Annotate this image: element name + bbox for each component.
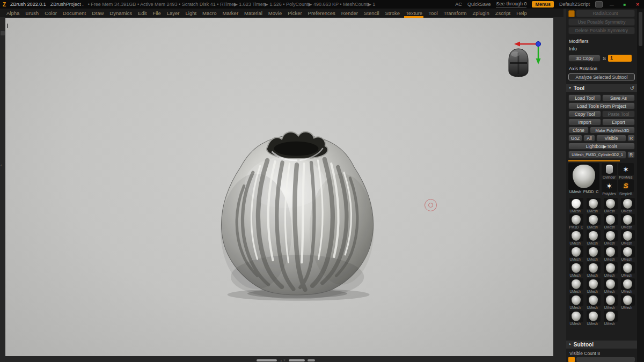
tool-history-item[interactable]: PM3D_C (568, 214, 584, 229)
active-tool-name-button[interactable]: UMesh_PM3D_Cylinder3D2_1 (568, 151, 626, 159)
tool-thumbnail[interactable]: ✶ PolyMes (618, 163, 634, 179)
tool-history-item[interactable]: UMesh_ (586, 278, 601, 293)
canvas-scrollbar[interactable]: ▲▼ (257, 358, 315, 362)
tool-history-item[interactable]: UMesh_ (568, 311, 584, 326)
menu-item[interactable]: Render (341, 10, 358, 16)
menu-item[interactable]: Texture (406, 10, 422, 16)
make-polymesh3d-button[interactable]: Make PolyMesh3D (590, 127, 635, 134)
tool-history-item[interactable]: UMesh_ (586, 262, 601, 277)
tool-history-item[interactable]: UMesh_ (620, 198, 635, 213)
goz-button[interactable]: GoZ (568, 135, 582, 142)
menu-item[interactable]: Dynamics (109, 10, 132, 16)
tool-history-item[interactable]: UMesh_ (586, 214, 601, 229)
subtool-row-bar[interactable] (576, 357, 635, 362)
tool-history-item[interactable]: UMesh_ (568, 230, 584, 245)
s-value-input[interactable]: 1 (608, 55, 632, 62)
radial-count-button[interactable]: RadialCount (576, 10, 635, 17)
load-tool-button[interactable]: Load Tool (568, 94, 601, 101)
copy-tool-button[interactable]: Copy Tool (568, 110, 601, 117)
panel-scrollbar[interactable] (637, 9, 644, 362)
scrollbar-segment[interactable] (289, 359, 305, 361)
menu-item[interactable]: Light (185, 10, 196, 16)
menu-item[interactable]: Movie (268, 10, 282, 16)
left-tray[interactable]: ‹ (0, 17, 5, 362)
menu-item[interactable]: Picker (288, 10, 302, 16)
import-button[interactable]: Import (568, 119, 601, 125)
menu-item[interactable]: Zplugin (473, 10, 489, 16)
tool-history-item[interactable]: UMesh_ (568, 278, 584, 293)
tool-history-item[interactable]: UMesh_ (620, 246, 635, 261)
menu-item[interactable]: Preferences (308, 10, 335, 16)
tool-history-item[interactable]: UMesh_ (603, 311, 618, 326)
tool-thumbnail[interactable]: Cylinder (601, 163, 617, 179)
menu-item[interactable]: Edit (138, 10, 147, 16)
menu-item[interactable]: Stencil (364, 10, 379, 16)
use-posable-symmetry-button[interactable]: Use Posable Symmetry (568, 18, 635, 26)
delete-posable-symmetry-button[interactable]: Delete Posable Symmetry (568, 27, 635, 34)
menu-item[interactable]: File (152, 10, 160, 16)
current-tool-thumbnail[interactable]: UMesh_PM3D_C (568, 163, 599, 196)
subtool-section-header[interactable]: ‣ Subtool (566, 341, 637, 349)
material-preview[interactable] (505, 47, 532, 78)
tool-r-button[interactable]: R (627, 151, 635, 158)
menu-item[interactable]: Material (244, 10, 262, 16)
restore-icon[interactable]: ↺ (630, 85, 634, 91)
close-icon[interactable]: ✕ (634, 2, 641, 8)
tool-history-item[interactable]: UMesh_ (620, 294, 635, 309)
menu-item[interactable]: Brush (25, 10, 39, 16)
radial-toggle[interactable] (568, 10, 575, 17)
tool-history-item[interactable]: UMesh_ (620, 262, 635, 277)
copy-3d-button[interactable]: 3D Copy (568, 55, 601, 62)
tool-history-item[interactable]: UMesh_ (603, 294, 618, 309)
tool-history-item[interactable]: UMesh_ (586, 311, 601, 326)
scrollbar-segment[interactable] (308, 359, 315, 361)
tool-history-item[interactable]: UMesh_ (586, 246, 601, 261)
menu-item[interactable]: Layer (167, 10, 180, 16)
scrollbar-segment[interactable] (257, 359, 277, 361)
left-tray-handle[interactable]: ‹ (1, 163, 2, 168)
tool-thumbnail[interactable]: S SimpleB (618, 180, 634, 196)
analyze-selected-subtool-button[interactable]: Analyze Selected Subtool (568, 73, 635, 80)
tool-thumbnail[interactable]: ✶ PolyMes (601, 180, 617, 196)
menu-item[interactable]: Color (45, 10, 57, 16)
menu-item[interactable]: Transform (444, 10, 467, 16)
menu-item[interactable]: Macro (202, 10, 216, 16)
tool-history-item[interactable]: UMesh_ (568, 198, 584, 213)
scroll-arrows-icon[interactable]: ▲▼ (280, 359, 286, 362)
save-as-button[interactable]: Save As (602, 94, 635, 101)
menu-item[interactable]: Document (63, 10, 86, 16)
menu-item[interactable]: Draw (92, 10, 104, 16)
tool-history-item[interactable]: UMesh_ (568, 294, 584, 309)
quicksave-button[interactable]: QuickSave (467, 2, 491, 7)
menu-item[interactable]: Tool (428, 10, 437, 16)
menu-item[interactable]: Alpha (6, 10, 19, 16)
menu-item[interactable]: Zscript (495, 10, 511, 16)
export-button[interactable]: Export (602, 119, 635, 125)
tool-history-item[interactable]: UMesh_ (603, 230, 618, 245)
maximize-icon[interactable]: ■ (621, 2, 628, 8)
left-tray-icon[interactable] (1, 31, 5, 35)
menus-toggle-button[interactable]: Menus (532, 1, 554, 8)
tool-history-item[interactable]: UMesh_ (586, 198, 601, 213)
tool-history-item[interactable]: UMesh_ (620, 278, 635, 293)
tool-section-header[interactable]: ‣ Tool ↺ (566, 84, 637, 92)
tool-history-item[interactable]: UMesh_ (568, 246, 584, 261)
subtool-list-item[interactable] (568, 357, 635, 362)
clone-button[interactable]: Clone (568, 127, 589, 134)
panel-scrollbar-handle[interactable] (639, 12, 642, 46)
tool-history-item[interactable]: UMesh_ (620, 230, 635, 245)
tool-history-item[interactable]: UMesh_ (603, 214, 618, 229)
see-through-slider[interactable]: See-through 0 (496, 1, 526, 8)
default-zscript-button[interactable]: DefaultZScript (559, 2, 590, 7)
menu-item[interactable]: Marker (223, 10, 239, 16)
menu-item[interactable]: Stroke (385, 10, 400, 16)
tool-history-item[interactable]: UMesh_ (603, 278, 618, 293)
goz-r-button[interactable]: R (627, 135, 635, 142)
tool-history-item[interactable]: UMesh_ (603, 262, 618, 277)
tool-history-item[interactable]: UMesh_ (603, 246, 618, 261)
tool-history-item[interactable]: UMesh_ (603, 198, 618, 213)
goz-visible-button[interactable]: Visible (596, 135, 626, 142)
menu-item[interactable]: Help (516, 10, 527, 16)
minimize-icon[interactable]: — (608, 2, 616, 8)
script-icon[interactable] (595, 1, 603, 8)
